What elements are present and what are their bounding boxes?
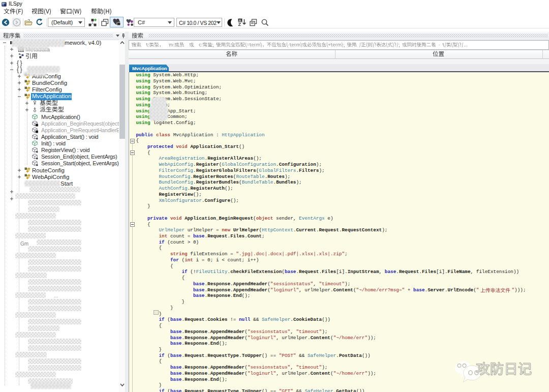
svg-text:Z: Z: [238, 22, 241, 26]
